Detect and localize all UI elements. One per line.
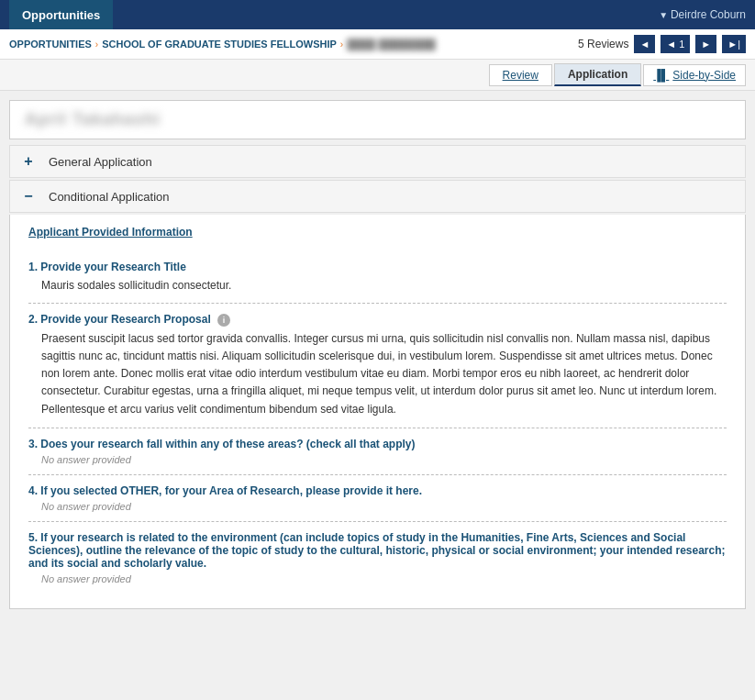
nav-first-button[interactable]: ◄ [634,35,655,53]
conditional-application-title: Conditional Application [49,190,170,204]
q1-answer: Mauris sodales sollicitudin consectetur. [41,277,727,294]
main-content: April Takahashi + General Application − … [0,91,755,618]
breadcrumb-sep-2: › [340,39,343,50]
q5-no-answer: No answer provided [41,573,727,584]
q3-num: 3. [28,438,38,450]
question-4-block: 4. If you selected OTHER, for your Area … [28,474,727,521]
q2-num: 2. [28,313,38,326]
tab-bar: Review Application ▐▌ Side-by-Side [0,60,755,91]
breadcrumb: OPPORTUNITIES › SCHOOL OF GRADUATE STUDI… [9,39,436,50]
question-5-label: 5. If your research is related to the en… [28,531,727,570]
q4-num: 4. [28,484,38,497]
question-4-label: 4. If you selected OTHER, for your Area … [28,484,727,497]
question-1-block: 1. Provide your Research Title Mauris so… [28,251,727,303]
q5-num: 5. [28,531,38,544]
q2-answer: Praesent suscipit lacus sed tortor gravi… [41,330,727,418]
q2-info-icon[interactable]: i [217,314,230,327]
q4-no-answer: No answer provided [41,501,727,512]
conditional-panel: Applicant Provided Information 1. Provid… [9,215,746,609]
applicant-provided-heading: Applicant Provided Information [28,226,727,239]
conditional-application-row[interactable]: − Conditional Application [9,180,746,213]
tab-side-by-side[interactable]: ▐▌ Side-by-Side [643,64,746,86]
nav-controls: 5 Reviews ◄ ◄ 1 ► ►| [578,35,746,53]
applicant-name: April Takahashi [25,110,730,129]
q1-text: Provide your Research Title [40,261,186,273]
question-2-block: 2. Provide your Research Proposal i Prae… [28,303,727,428]
side-by-side-icon: ▐▌ [653,69,669,82]
reviews-count: 5 Reviews [578,38,628,50]
app-title: Opportunities [9,0,113,29]
question-3-block: 3. Does your research fall within any of… [28,428,727,474]
general-application-row[interactable]: + General Application [9,145,746,178]
conditional-toggle-icon: − [21,188,36,205]
q2-text: Provide your Research Proposal [40,313,210,326]
user-menu[interactable]: Deirdre Coburn [659,8,746,21]
question-5-block: 5. If your research is related to the en… [28,521,727,594]
q5-text: If your research is related to the envir… [28,531,726,570]
question-2-label: 2. Provide your Research Proposal i [28,313,727,327]
breadcrumb-fellowship[interactable]: SCHOOL OF GRADUATE STUDIES FELLOWSHIP [102,39,337,50]
question-3-label: 3. Does your research fall within any of… [28,438,727,450]
general-application-title: General Application [49,155,152,169]
breadcrumb-sep-1: › [95,39,98,50]
breadcrumb-applicant: ████ ████████ [347,39,436,50]
tab-application[interactable]: Application [554,63,641,86]
q1-num: 1. [28,261,38,273]
tab-review[interactable]: Review [489,64,552,86]
applicant-name-box: April Takahashi [9,100,746,139]
q3-no-answer: No answer provided [41,454,727,465]
general-toggle-icon: + [21,153,36,170]
nav-next-button[interactable]: ► [695,35,716,53]
breadcrumb-bar: OPPORTUNITIES › SCHOOL OF GRADUATE STUDI… [0,29,755,60]
nav-prev-button[interactable]: ◄ 1 [661,35,690,53]
question-1-label: 1. Provide your Research Title [28,261,727,273]
breadcrumb-opportunities[interactable]: OPPORTUNITIES [9,39,92,50]
q4-text: If you selected OTHER, for your Area of … [40,484,422,497]
q3-text: Does your research fall within any of th… [40,438,415,450]
nav-last-button[interactable]: ►| [722,35,746,53]
